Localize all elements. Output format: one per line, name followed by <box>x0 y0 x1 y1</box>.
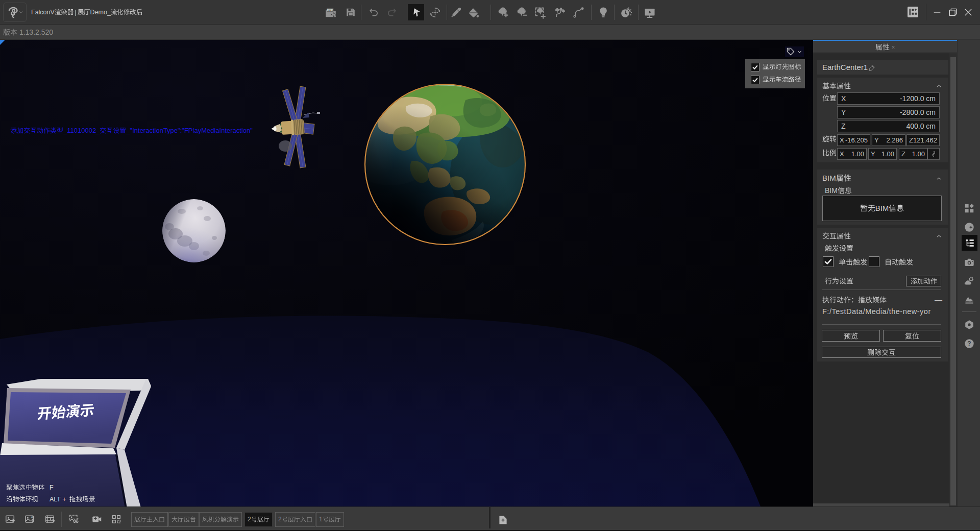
svg-text:AI: AI <box>31 515 35 519</box>
svg-text:EXE: EXE <box>327 9 333 12</box>
svg-text:?: ? <box>967 340 971 347</box>
